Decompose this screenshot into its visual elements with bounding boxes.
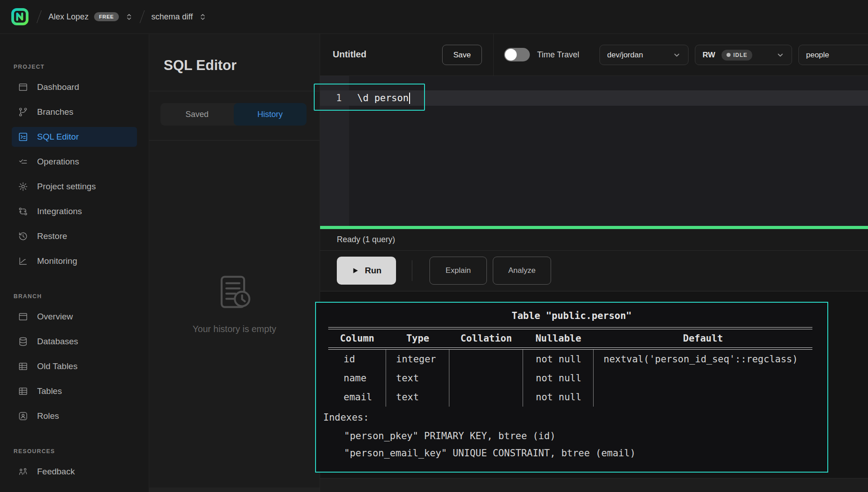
database-select-value: people	[806, 51, 829, 60]
table-icon	[18, 361, 29, 372]
branch-select[interactable]: dev/jordan	[599, 45, 689, 65]
sidebar-item-label: SQL Editor	[37, 132, 79, 142]
monitoring-chart-icon	[18, 256, 29, 267]
sidebar-item-overview[interactable]: Overview	[12, 307, 137, 327]
sidebar-item-branches[interactable]: Branches	[12, 102, 137, 122]
sidebar-section-branch: BRANCH	[14, 293, 137, 300]
toggle-knob	[505, 49, 517, 61]
save-button[interactable]: Save	[442, 45, 482, 65]
page-title: SQL Editor	[164, 57, 236, 74]
breadcrumb-project[interactable]: schema diff	[151, 12, 193, 22]
history-empty-state: Your history is empty	[149, 272, 320, 334]
compute-status-badge: IDLE	[722, 50, 752, 61]
query-title[interactable]: Untitled	[333, 49, 366, 60]
sql-editor-icon	[18, 131, 29, 142]
integrations-icon	[18, 206, 29, 217]
project-switcher-chevron-icon[interactable]	[199, 13, 207, 21]
sidebar-item-operations[interactable]: Operations	[12, 152, 137, 172]
status-bar: Ready (1 query)	[320, 229, 868, 251]
query-highlight-box	[314, 84, 425, 111]
app-window: Alex Lopez FREE schema diff PROJECT Dash…	[0, 0, 868, 492]
result-table-header: Column Type Collation Nullable Default	[328, 329, 812, 347]
sidebar-item-old-tables[interactable]: Old Tables	[12, 356, 137, 376]
database-select[interactable]: people	[798, 45, 868, 65]
results-panel: Table "public.person" Column Type Collat…	[320, 291, 868, 492]
sidebar: PROJECT Dashboard Branches SQL Editor Op…	[0, 34, 149, 492]
sidebar-item-tables[interactable]: Tables	[12, 381, 137, 401]
play-icon	[351, 267, 359, 275]
table-row: id integer not null nextval('person_id_s…	[328, 350, 812, 369]
sidebar-item-restore[interactable]: Restore	[12, 226, 137, 246]
sidebar-item-label: Project settings	[37, 182, 96, 192]
operations-icon	[18, 156, 29, 167]
breadcrumb-slash	[140, 10, 145, 23]
sidebar-item-project-settings[interactable]: Project settings	[12, 177, 137, 197]
restore-clock-icon	[18, 231, 29, 242]
compute-select-value: RW	[703, 51, 715, 60]
neon-logo-icon[interactable]	[10, 7, 30, 27]
roles-user-icon	[18, 411, 29, 422]
tab-saved[interactable]: Saved	[160, 103, 234, 126]
history-empty-text: Your history is empty	[193, 324, 276, 334]
plan-badge: FREE	[94, 12, 119, 21]
editor-header: Untitled Save Time Travel dev/jordan RW …	[320, 34, 868, 76]
sidebar-item-feedback[interactable]: Feedback	[12, 462, 137, 482]
sidebar-item-roles[interactable]: Roles	[12, 406, 137, 426]
chevron-down-icon	[673, 51, 681, 59]
sidebar-item-label: Roles	[37, 411, 59, 421]
sidebar-item-label: Monitoring	[37, 256, 77, 266]
panel-footer-strip	[149, 487, 320, 492]
sidebar-item-label: Operations	[37, 157, 79, 167]
gear-icon	[18, 181, 29, 192]
sidebar-item-label: Feedback	[37, 467, 75, 477]
chevron-down-icon	[776, 51, 784, 59]
results-highlight-box: Table "public.person" Column Type Collat…	[315, 302, 828, 473]
query-progress-bar	[320, 226, 868, 229]
feedback-people-icon	[18, 466, 29, 477]
table-row: name text not null	[328, 369, 812, 388]
sidebar-item-label: Integrations	[37, 206, 82, 216]
sidebar-item-label: Old Tables	[37, 361, 77, 371]
sidebar-item-label: Dashboard	[37, 82, 79, 92]
tab-history[interactable]: History	[234, 103, 307, 126]
result-table-title: Table "public.person"	[316, 310, 827, 322]
sidebar-item-label: Branches	[37, 107, 73, 117]
breadcrumb-slash	[37, 10, 42, 23]
branches-icon	[18, 107, 29, 117]
actions-divider	[412, 260, 412, 281]
table-row: email text not null	[328, 388, 812, 407]
query-actions-row: Run Explain Analyze	[320, 251, 868, 291]
code-editor[interactable]: 1\d person	[320, 76, 868, 226]
sql-editor-panel: Untitled Save Time Travel dev/jordan RW …	[320, 34, 868, 492]
table-icon	[18, 386, 29, 397]
database-icon	[18, 336, 29, 347]
header-divider	[493, 34, 494, 76]
sidebar-item-sql-editor[interactable]: SQL Editor	[12, 127, 137, 147]
analyze-button[interactable]: Analyze	[493, 257, 551, 285]
compute-select[interactable]: RW IDLE	[695, 45, 792, 65]
sidebar-section-project: PROJECT	[14, 64, 137, 70]
breadcrumb-org[interactable]: Alex Lopez	[48, 12, 89, 22]
org-switcher-chevron-icon[interactable]	[125, 13, 133, 21]
explain-button[interactable]: Explain	[429, 257, 487, 285]
time-travel-toggle[interactable]	[504, 48, 530, 61]
sidebar-item-integrations[interactable]: Integrations	[12, 201, 137, 221]
sidebar-item-label: Restore	[37, 231, 67, 241]
index-line: "person_pkey" PRIMARY KEY, btree (id)	[344, 427, 827, 445]
sql-editor-sidebar-panel: SQL Editor Saved History Your history is…	[149, 34, 320, 492]
sidebar-item-dashboard[interactable]: Dashboard	[12, 77, 137, 97]
index-line: "person_email_key" UNIQUE CONSTRAINT, bt…	[344, 445, 827, 462]
history-empty-icon	[214, 272, 255, 316]
sidebar-item-label: Databases	[37, 337, 78, 347]
run-button[interactable]: Run	[337, 257, 396, 285]
branch-select-value: dev/jordan	[607, 51, 643, 60]
overview-icon	[18, 311, 29, 322]
sidebar-item-monitoring[interactable]: Monitoring	[12, 251, 137, 271]
top-bar: Alex Lopez FREE schema diff	[0, 0, 868, 34]
sidebar-item-label: Overview	[37, 312, 73, 322]
sidebar-section-resources: RESOURCES	[14, 448, 137, 455]
saved-history-tabs: Saved History	[160, 103, 307, 126]
sidebar-item-databases[interactable]: Databases	[12, 332, 137, 351]
indexes-label: Indexes:	[323, 408, 827, 427]
dashboard-icon	[18, 82, 29, 93]
